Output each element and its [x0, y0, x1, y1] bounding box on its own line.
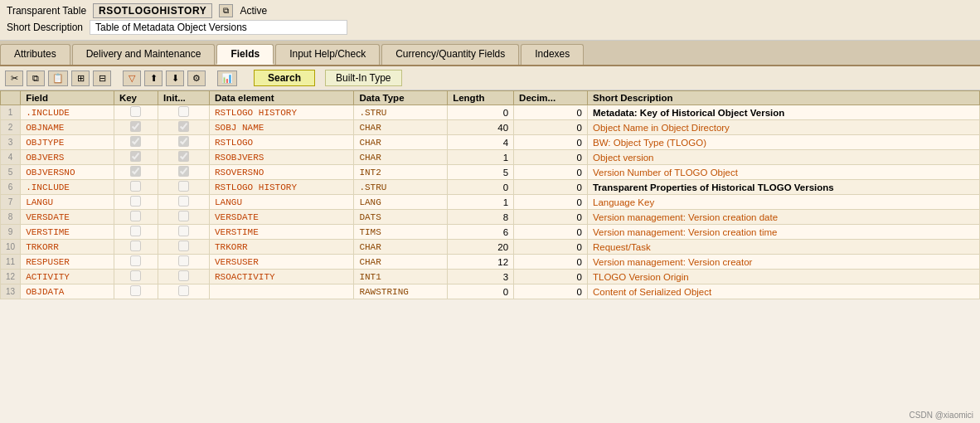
key-checkbox-cell [114, 165, 158, 180]
table-name: RSOTLOGOHISTORY [93, 3, 212, 18]
data-element[interactable]: LANGU [210, 195, 354, 210]
field-name[interactable]: .INCLUDE [21, 105, 114, 120]
field-name[interactable]: ACTIVITY [21, 270, 114, 284]
short-description: Metadata: Key of Historical Object Versi… [587, 105, 979, 120]
col-short-desc[interactable]: Short Description [587, 91, 979, 105]
decim-value: 0 [514, 225, 588, 240]
tab-currency[interactable]: Currency/Quantity Fields [381, 44, 519, 65]
short-description: Content of Serialized Object [587, 284, 979, 299]
data-element[interactable]: VERSUSER [210, 255, 354, 270]
copy-icon[interactable]: ⧉ [219, 4, 233, 17]
row-number: 4 [1, 150, 21, 165]
row-number: 1 [1, 105, 21, 120]
col-decim[interactable]: Decim... [514, 91, 588, 105]
field-name[interactable]: VERSDATE [21, 210, 114, 225]
builtin-type-button[interactable]: Built-In Type [325, 70, 401, 86]
table-row: 9VERSTIMEVERSTIMETIMS60Version managemen… [1, 225, 980, 240]
length-value: 1 [448, 195, 514, 210]
field-name[interactable]: OBJTYPE [21, 135, 114, 150]
row-number: 11 [1, 255, 21, 270]
init-checkbox [178, 196, 189, 207]
data-type: CHAR [354, 150, 448, 165]
field-name[interactable]: OBJDATA [21, 284, 114, 299]
init-checkbox [178, 211, 189, 221]
col-init[interactable]: Init... [158, 91, 209, 105]
field-name[interactable]: .INCLUDE [21, 180, 114, 195]
tab-attributes[interactable]: Attributes [0, 44, 70, 65]
init-checkbox [178, 255, 189, 266]
table-row: 11RESPUSERVERSUSERCHAR120Version managem… [1, 255, 980, 270]
key-checkbox [130, 181, 141, 192]
data-element[interactable]: RSOACTIVITY [210, 270, 354, 284]
sort-desc-button[interactable]: ⬇ [166, 70, 184, 86]
init-checkbox [178, 151, 189, 162]
tab-delivery[interactable]: Delivery and Maintenance [72, 44, 216, 65]
col-data-type[interactable]: Data Type [354, 91, 448, 105]
col-field[interactable]: Field [21, 91, 114, 105]
tab-fields[interactable]: Fields [216, 44, 274, 65]
init-checkbox [178, 285, 189, 296]
data-element[interactable]: RSTLOGO [210, 135, 354, 150]
data-element[interactable]: RSOVERSNO [210, 165, 354, 180]
key-checkbox-cell [114, 195, 158, 210]
init-checkbox [178, 181, 189, 192]
data-element[interactable]: RSTLOGO HISTORY [210, 180, 354, 195]
init-checkbox [178, 270, 189, 281]
row-number: 8 [1, 210, 21, 225]
field-name[interactable]: TRKORR [21, 240, 114, 255]
delete-row-button[interactable]: ⊟ [93, 70, 111, 86]
toolbar: ✂ ⧉ 📋 ⊞ ⊟ ▽ ⬆ ⬇ ⚙ 📊 Search Built-In Type [0, 66, 980, 90]
copy-button[interactable]: ⧉ [27, 70, 45, 86]
table-row: 6.INCLUDERSTLOGO HISTORY.STRU00Transpare… [1, 180, 980, 195]
init-checkbox-cell [158, 284, 209, 299]
data-element[interactable]: RSOBJVERS [210, 150, 354, 165]
short-description: Language Key [587, 195, 979, 210]
status-text: Active [240, 5, 267, 17]
short-description: Request/Task [587, 240, 979, 255]
fields-table-wrapper: Field Key Init... Data element Data Type… [0, 90, 980, 299]
col-length[interactable]: Length [448, 91, 514, 105]
field-name[interactable]: LANGU [21, 195, 114, 210]
short-description: Version management: Version creator [587, 255, 979, 270]
fields-table: Field Key Init... Data element Data Type… [0, 90, 980, 299]
key-checkbox-cell [114, 284, 158, 299]
short-desc-value: Table of Metadata Object Versions [90, 20, 347, 35]
sort-asc-button[interactable]: ⬆ [144, 70, 163, 86]
data-element[interactable] [210, 284, 354, 299]
col-key[interactable]: Key [114, 91, 158, 105]
init-checkbox [178, 136, 189, 147]
configure-button[interactable]: ⚙ [187, 70, 206, 86]
field-name[interactable]: OBJVERS [21, 150, 114, 165]
decim-value: 0 [514, 195, 588, 210]
decim-value: 0 [514, 270, 588, 284]
field-name[interactable]: OBJVERSNO [21, 165, 114, 180]
init-checkbox-cell [158, 225, 209, 240]
search-button[interactable]: Search [254, 70, 315, 86]
init-checkbox [178, 226, 189, 236]
init-checkbox-cell [158, 180, 209, 195]
filter-button[interactable]: ▽ [123, 70, 141, 86]
desc-row: Short Description Table of Metadata Obje… [7, 20, 973, 35]
data-type: .STRU [354, 105, 448, 120]
field-name[interactable]: OBJNAME [21, 120, 114, 135]
decim-value: 0 [514, 240, 588, 255]
length-value: 0 [448, 180, 514, 195]
tab-indexes[interactable]: Indexes [521, 44, 584, 65]
paste-button[interactable]: 📋 [48, 70, 68, 86]
cut-button[interactable]: ✂ [5, 70, 23, 86]
field-name[interactable]: RESPUSER [21, 255, 114, 270]
data-element[interactable]: VERSTIME [210, 225, 354, 240]
data-element[interactable]: VERSDATE [210, 210, 354, 225]
insert-row-button[interactable]: ⊞ [71, 70, 90, 86]
key-checkbox [130, 241, 141, 251]
graph-button[interactable]: 📊 [217, 70, 237, 86]
field-name[interactable]: VERSTIME [21, 225, 114, 240]
col-data-element[interactable]: Data element [210, 91, 354, 105]
init-checkbox-cell [158, 150, 209, 165]
tab-input-help[interactable]: Input Help/Check [275, 44, 380, 65]
key-checkbox-cell [114, 270, 158, 284]
key-checkbox [130, 106, 141, 117]
data-element[interactable]: SOBJ NAME [210, 120, 354, 135]
data-element[interactable]: RSTLOGO HISTORY [210, 105, 354, 120]
data-element[interactable]: TRKORR [210, 240, 354, 255]
